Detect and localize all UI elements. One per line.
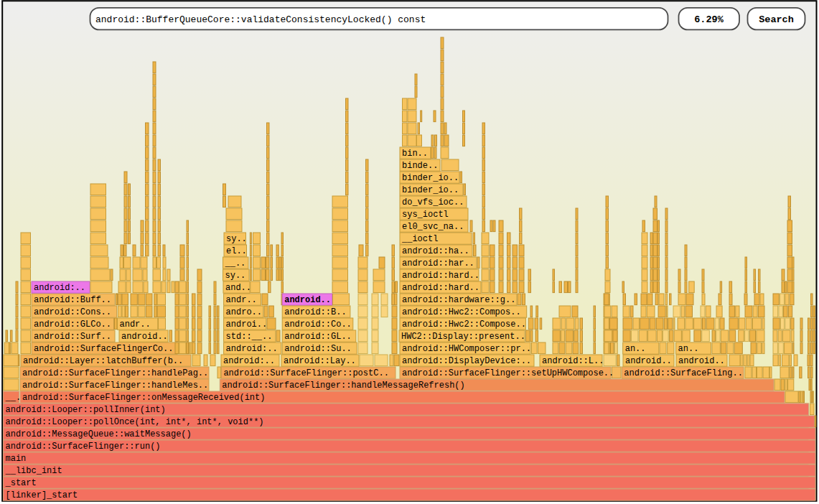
- svg-text:bin..: bin..: [402, 149, 428, 159]
- svg-text:android::SurfaceFlinger::handl: android::SurfaceFlinger::handleMes..: [22, 381, 208, 391]
- svg-text:android::Co..: android::Co..: [284, 319, 352, 330]
- svg-text:android::Hwc2::Compose..: android::Hwc2::Compose..: [402, 319, 526, 330]
- svg-text:android::har..: android::har..: [402, 258, 474, 269]
- svg-text:android::DisplayDevice:..: android::DisplayDevice:..: [402, 356, 531, 366]
- svg-text:HWC2::Display::present..: HWC2::Display::present..: [401, 332, 525, 342]
- svg-text:android::Looper::pollOnce(int,: android::Looper::pollOnce(int, int*, int…: [6, 417, 264, 427]
- svg-text:androi..: androi..: [226, 319, 268, 330]
- svg-text:sys_ioctl: sys_ioctl: [402, 210, 449, 220]
- svg-text:android:..: android:..: [223, 356, 275, 366]
- svg-text:android::hard..: android::hard..: [402, 271, 479, 281]
- svg-text:__..: __..: [225, 258, 246, 269]
- svg-text:android::Surf..: android::Surf..: [34, 332, 111, 342]
- svg-text:binder_io..: binder_io..: [402, 173, 459, 183]
- svg-text:android::Looper::pollInner(int: android::Looper::pollInner(int): [6, 405, 166, 415]
- svg-text:android::SurfaceFlingerCo..: android::SurfaceFlingerCo..: [34, 344, 173, 354]
- svg-text:andr..: andr..: [120, 319, 151, 330]
- svg-text:android..: android..: [625, 356, 672, 366]
- svg-text:android::SurfaceFlinger::handl: android::SurfaceFlinger::handleMessageRe…: [222, 381, 464, 391]
- svg-text:android::L..: android::L..: [542, 356, 604, 366]
- svg-text:__.: __.: [5, 393, 22, 403]
- svg-text:android::B..: android::B..: [284, 307, 346, 317]
- svg-text:6.29%: 6.29%: [694, 14, 724, 25]
- svg-text:android::SurfaceFlinger::run(): android::SurfaceFlinger::run(): [6, 442, 161, 452]
- svg-text:android::SurfaceFlinger::onMes: android::SurfaceFlinger::onMessageReceiv…: [22, 393, 265, 403]
- svg-text:andro..: andro..: [226, 307, 262, 317]
- svg-text:android::SurfaceFling..: android::SurfaceFling..: [624, 368, 743, 378]
- svg-text:__libc_init: __libc_init: [5, 466, 62, 476]
- svg-text:android::GL..: android::GL..: [284, 332, 352, 342]
- svg-text:sy..: sy..: [225, 271, 246, 281]
- svg-text:android:..: android:..: [34, 283, 85, 293]
- svg-text:main: main: [6, 454, 27, 464]
- svg-text:android::hardware::g..: android::hardware::g..: [402, 295, 515, 305]
- svg-text:android::SurfaceFlinger::handl: android::SurfaceFlinger::handlePag..: [22, 368, 208, 378]
- svg-text:android::hard..: android::hard..: [402, 283, 479, 293]
- svg-text:_start: _start: [5, 478, 37, 488]
- svg-text:android::SurfaceFlinger::setUp: android::SurfaceFlinger::setUpHWCompose.…: [402, 368, 614, 378]
- svg-text:android::Lay..: android::Lay..: [284, 356, 356, 366]
- svg-text:and..: and..: [225, 283, 251, 293]
- svg-text:android::Hwc2::Compos..: android::Hwc2::Compos..: [402, 307, 521, 317]
- svg-text:android::MessageQueue::waitMes: android::MessageQueue::waitMessage(): [6, 429, 192, 439]
- svg-text:__ioctl: __ioctl: [401, 234, 438, 244]
- svg-text:std::__..: std::__..: [226, 332, 273, 342]
- svg-text:an..: an..: [678, 344, 699, 354]
- svg-text:android::SurfaceFlinger::postC: android::SurfaceFlinger::postC..: [223, 368, 388, 378]
- svg-text:binder_io..: binder_io..: [402, 185, 459, 195]
- svg-text:android..: android..: [284, 295, 331, 305]
- svg-text:[linker]_start: [linker]_start: [6, 490, 78, 500]
- svg-text:android::ha..: android::ha..: [402, 246, 469, 256]
- svg-text:android..: android..: [678, 356, 725, 366]
- svg-text:android::GLCo..: android::GLCo..: [34, 319, 111, 330]
- svg-text:sy..: sy..: [226, 234, 247, 244]
- svg-text:android::Buff..: android::Buff..: [34, 295, 111, 305]
- svg-text:el..: el..: [226, 246, 247, 256]
- svg-text:android..: android..: [121, 332, 168, 342]
- svg-text:android::Su..: android::Su..: [284, 344, 352, 354]
- svg-text:binde..: binde..: [402, 161, 438, 171]
- svg-text:android::Cons..: android::Cons..: [34, 307, 111, 317]
- svg-text:android:..: android:..: [226, 344, 278, 354]
- svg-text:android::HWComposer::pr..: android::HWComposer::pr..: [402, 344, 531, 354]
- svg-text:android::Layer::latchBuffer(b.: android::Layer::latchBuffer(b..: [23, 356, 183, 366]
- svg-text:andr..: andr..: [226, 295, 257, 305]
- svg-text:do_vfs_ioc..: do_vfs_ioc..: [402, 197, 464, 207]
- svg-text:android::BufferQueueCore::vali: android::BufferQueueCore::validateConsis…: [95, 14, 426, 25]
- svg-text:an..: an..: [625, 344, 646, 354]
- svg-text:el0_svc_na..: el0_svc_na..: [402, 222, 464, 232]
- svg-text:Search: Search: [759, 14, 794, 25]
